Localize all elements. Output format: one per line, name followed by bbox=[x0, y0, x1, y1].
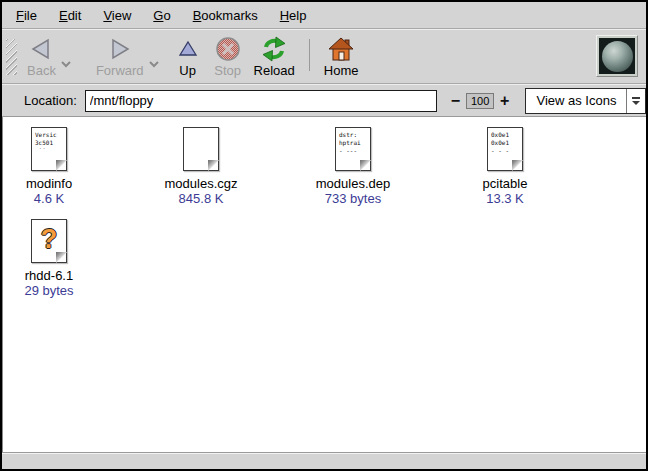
page-fold-icon bbox=[208, 160, 219, 171]
file-name: modules.dep bbox=[316, 176, 390, 191]
menu-view[interactable]: View bbox=[92, 4, 142, 27]
page-fold-icon bbox=[360, 160, 371, 171]
menu-go[interactable]: Go bbox=[142, 4, 181, 27]
file-size: 29 bytes bbox=[24, 283, 73, 299]
forward-button[interactable]: Forward bbox=[90, 33, 150, 81]
blank-file-icon bbox=[183, 127, 219, 171]
back-arrow-icon bbox=[29, 35, 53, 63]
file-name: pcitable bbox=[483, 176, 528, 191]
file-size: 733 bytes bbox=[325, 191, 381, 207]
stop-icon bbox=[215, 35, 241, 63]
view-mode-label: View as Icons bbox=[526, 93, 626, 108]
home-button[interactable]: Home bbox=[318, 33, 365, 81]
back-button[interactable]: Back bbox=[21, 33, 62, 81]
toolbar-drag-handle[interactable] bbox=[6, 39, 17, 75]
unknown-file-icon: ? bbox=[31, 219, 67, 263]
zoom-in-button[interactable]: + bbox=[496, 93, 513, 109]
up-button[interactable]: Up bbox=[168, 33, 208, 81]
file-name: modinfo bbox=[26, 176, 72, 191]
reload-icon bbox=[260, 35, 288, 63]
text-file-icon: 0x0e10x0e1- - - bbox=[487, 127, 523, 171]
location-bar: Location: − 100 + View as Icons bbox=[2, 84, 646, 117]
forward-history-chevron-icon[interactable] bbox=[148, 55, 160, 73]
zoom-level-indicator[interactable]: 100 bbox=[466, 93, 494, 109]
location-label: Location: bbox=[24, 93, 77, 108]
forward-arrow-icon bbox=[108, 35, 132, 63]
throbber-frame bbox=[599, 38, 635, 74]
file-size: 4.6 K bbox=[34, 191, 64, 207]
file-name: rhdd-6.1 bbox=[25, 268, 73, 283]
file-item-modules-dep[interactable]: dstr: hptrai- --- modules.dep 733 bytes bbox=[313, 127, 393, 207]
file-item-modinfo[interactable]: Versic3c501 ˙˙ modinfo 4.6 K bbox=[9, 127, 89, 207]
file-item-rhdd[interactable]: ? rhdd-6.1 29 bytes bbox=[9, 219, 89, 299]
text-file-icon: dstr: hptrai- --- bbox=[335, 127, 371, 171]
reload-label: Reload bbox=[254, 63, 295, 79]
menu-bookmarks[interactable]: Bookmarks bbox=[182, 4, 269, 27]
file-item-modules-cgz[interactable]: modules.cgz 845.8 K bbox=[161, 127, 241, 207]
back-history-chevron-icon[interactable] bbox=[60, 55, 72, 73]
forward-label: Forward bbox=[96, 63, 144, 79]
toolbar: Back Forward Up bbox=[2, 29, 646, 84]
zoom-out-button[interactable]: − bbox=[447, 93, 464, 109]
toolbar-separator bbox=[309, 39, 310, 71]
up-label: Up bbox=[179, 63, 196, 79]
menu-help[interactable]: Help bbox=[269, 4, 318, 27]
throbber bbox=[596, 35, 638, 77]
status-bar bbox=[2, 452, 646, 469]
back-label: Back bbox=[27, 63, 56, 79]
stop-label: Stop bbox=[214, 63, 241, 79]
file-item-pcitable[interactable]: 0x0e10x0e1- - - pcitable 13.3 K bbox=[465, 127, 545, 207]
location-input[interactable] bbox=[85, 90, 437, 112]
file-size: 13.3 K bbox=[486, 191, 524, 207]
menu-edit[interactable]: Edit bbox=[48, 4, 92, 27]
icon-view: Versic3c501 ˙˙ modinfo 4.6 K modules.cgz… bbox=[2, 117, 646, 452]
dropdown-arrow-icon bbox=[626, 89, 645, 113]
text-file-icon: Versic3c501 ˙˙ bbox=[31, 127, 67, 171]
home-icon bbox=[328, 35, 354, 63]
stop-button[interactable]: Stop bbox=[208, 33, 248, 81]
menu-file[interactable]: File bbox=[5, 4, 48, 27]
throbber-sphere-icon bbox=[602, 41, 633, 72]
page-fold-icon bbox=[56, 160, 67, 171]
menubar: File Edit View Go Bookmarks Help bbox=[2, 2, 646, 29]
file-manager-window: File Edit View Go Bookmarks Help Back bbox=[0, 0, 648, 471]
up-arrow-icon bbox=[177, 35, 199, 63]
page-fold-icon bbox=[512, 160, 523, 171]
reload-button[interactable]: Reload bbox=[248, 33, 301, 81]
home-label: Home bbox=[324, 63, 359, 79]
file-name: modules.cgz bbox=[165, 176, 238, 191]
file-size: 845.8 K bbox=[179, 191, 224, 207]
view-mode-dropdown[interactable]: View as Icons bbox=[525, 88, 646, 114]
